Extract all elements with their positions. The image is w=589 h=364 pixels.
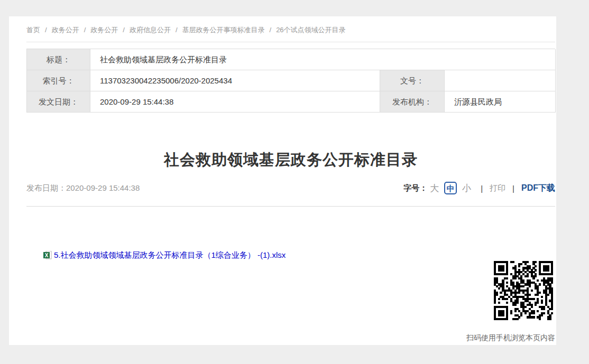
qr-code [492,259,555,322]
publish-date: 发布日期：2020-09-29 15:44:38 [26,183,140,193]
toolbar-separator: | [512,184,514,193]
content-panel: 首页/政务公开/政务公开/政府信息公开/基层政务公开事项标准目录/26个试点领域… [9,16,556,345]
breadcrumb-separator: / [270,26,272,34]
print-button[interactable]: 打印 [490,183,505,193]
breadcrumb-separator: / [123,26,125,34]
meta-index-label: 索引号： [27,70,90,91]
content-divider [26,206,555,207]
meta-docno-value [445,70,556,91]
breadcrumb-item[interactable]: 首页 [26,26,40,34]
date-toolbar-row: 发布日期：2020-09-29 15:44:38 字号： 大 中 小 | 打印 … [26,180,555,197]
attachment-link[interactable]: 5.社会救助领域领域基层政务公开标准目录（1综合业务） -(1).xlsx [54,250,286,260]
svg-text:X: X [45,253,49,258]
breadcrumb-item[interactable]: 政务公开 [52,26,79,34]
meta-docno-label: 文号： [380,70,445,91]
font-size-large-button[interactable]: 大 [430,182,439,194]
font-size-small-button[interactable]: 小 [462,182,471,194]
meta-title-value: 社会救助领域基层政务公开标准目录 [90,49,556,70]
breadcrumb-item[interactable]: 基层政务公开事项标准目录 [182,26,265,34]
meta-index-value: 113703230042235006/2020-2025434 [90,70,380,91]
meta-table: 标题： 社会救助领域基层政务公开标准目录 索引号： 11370323004223… [26,49,555,113]
attachment-row: X 5.社会救助领域领域基层政务公开标准目录（1综合业务） -(1).xlsx [43,249,286,262]
breadcrumb-item[interactable]: 政务公开 [90,26,118,34]
meta-title-label: 标题： [27,49,90,70]
breadcrumb-item[interactable]: 政府信息公开 [130,26,171,34]
excel-file-icon: X [43,251,52,259]
font-size-label: 字号： [403,183,427,193]
meta-agency-label: 发布机构： [380,91,445,113]
breadcrumb: 首页/政务公开/政务公开/政府信息公开/基层政务公开事项标准目录/26个试点领域… [26,25,555,35]
article-toolbar: 字号： 大 中 小 | 打印 | PDF下载 [403,182,555,194]
breadcrumb-separator: / [176,26,178,34]
toolbar-separator: | [481,184,483,193]
font-size-medium-button[interactable]: 中 [444,182,457,194]
meta-date-label: 发文日期： [27,91,90,113]
breadcrumb-separator: / [84,26,86,34]
breadcrumb-separator: / [45,26,47,34]
breadcrumb-divider [26,42,555,42]
qr-caption: 扫码使用手机浏览本页内容 [466,333,555,343]
breadcrumb-item[interactable]: 26个试点领域公开目录 [276,26,345,34]
page-title: 社会救助领域基层政务公开标准目录 [26,150,555,169]
meta-agency-value: 沂源县民政局 [445,91,556,113]
pdf-download-button[interactable]: PDF下载 [521,183,555,194]
meta-date-value: 2020-09-29 15:44:38 [90,91,380,113]
